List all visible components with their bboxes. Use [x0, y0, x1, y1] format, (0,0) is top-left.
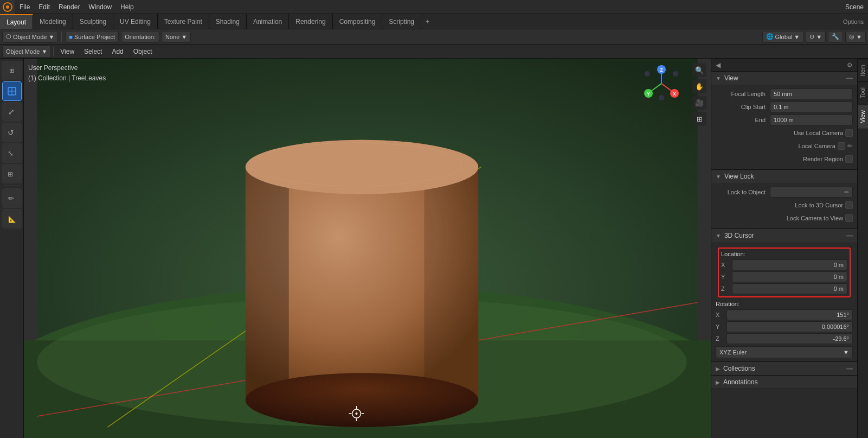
tab-modeling[interactable]: Modeling [33, 14, 73, 29]
tab-animation[interactable]: Animation [247, 14, 289, 29]
menu-render[interactable]: Render [54, 0, 84, 14]
cursor-z-row: Z 0 m [721, 283, 847, 294]
proportional-edit-button[interactable]: ◎ ▼ [845, 31, 866, 43]
focal-length-value[interactable]: 50 mm [770, 88, 853, 99]
menu-edit[interactable]: Edit [34, 0, 54, 14]
tab-rendering[interactable]: Rendering [289, 14, 332, 29]
tool-measure[interactable]: 📐 [2, 209, 22, 228]
tool-scale[interactable]: ⤡ [2, 143, 22, 163]
mode-selector[interactable]: ⬡ Object Mode ▼ [2, 31, 58, 43]
menu-add[interactable]: Add [107, 45, 127, 59]
tool-select-box[interactable]: ⊞ [2, 61, 22, 80]
tab-compositing[interactable]: Compositing [333, 14, 383, 29]
annotations-title: Annotations [723, 378, 757, 386]
add-workspace-button[interactable]: + [421, 14, 434, 29]
cursor-x-value[interactable]: 0 m [732, 259, 847, 270]
tab-scripting[interactable]: Scripting [382, 14, 421, 29]
clip-start-row: Clip Start 0.1 m [716, 101, 853, 113]
menu-window[interactable]: Window [84, 0, 116, 14]
scene-name[interactable]: Scene [841, 0, 868, 14]
use-local-camera-checkbox[interactable] [845, 129, 853, 137]
focal-length-label: Focal Length [716, 91, 770, 97]
tab-shading[interactable]: Shading [209, 14, 247, 29]
view-section-body: Focal Length 50 mm Clip Start 0.1 m End … [711, 85, 857, 169]
collections-title: Collections [723, 365, 755, 372]
tool-move[interactable]: ⤢ [2, 102, 22, 122]
tool-transform[interactable]: ⊞ [2, 164, 22, 183]
mode-selector-icon: ⬡ [6, 33, 11, 40]
top-menu-bar: File Edit Render Window Help Scene [0, 0, 868, 14]
pivot-selector[interactable]: ⊙ ▼ [806, 31, 826, 43]
app-logo[interactable] [0, 0, 15, 14]
viewport-3d[interactable]: User Perspective (1) Collection | TreeLe… [24, 59, 711, 438]
cursor-z-value[interactable]: 0 m [732, 283, 847, 294]
svg-text:📐: 📐 [8, 215, 16, 223]
object-mode-dropdown[interactable]: Object Mode ▼ [2, 46, 51, 58]
global-selector[interactable]: 🌐 Global ▼ [762, 31, 804, 43]
snap-button[interactable]: 🔧 [828, 31, 843, 43]
end-value[interactable]: 1000 m [770, 115, 853, 125]
cursor-rz-value[interactable]: -29.6° [726, 333, 853, 344]
cursor-rz-row: Z -29.6° [716, 333, 853, 344]
view-lock-section: ▼ View Lock Lock to Object ✏ [711, 170, 857, 229]
lock-to-object-value[interactable]: ✏ [770, 187, 853, 198]
proportional-chevron: ▼ [856, 34, 862, 40]
lock-to-object-edit[interactable]: ✏ [844, 189, 849, 196]
cursor-y-value[interactable]: 0 m [732, 271, 847, 282]
annotations-header[interactable]: ▶ Annotations [711, 376, 857, 389]
menu-object[interactable]: Object [129, 45, 157, 59]
lock-to-3d-cursor-checkbox[interactable] [845, 201, 853, 209]
local-camera-row: Local Camera ✏ [716, 140, 853, 152]
cursor-section-settings: ━━ [846, 233, 853, 239]
hand-pan-btn[interactable]: ✋ [692, 79, 706, 93]
cursor-3d-section: ▼ 3D Cursor ━━ Location: X [711, 229, 857, 362]
tab-uv-editing[interactable]: UV Editing [113, 14, 158, 29]
view-lock-header[interactable]: ▼ View Lock [711, 170, 857, 183]
menu-file[interactable]: File [15, 0, 34, 14]
strip-tab-tool[interactable]: Tool [858, 81, 868, 104]
cursor-3d-header[interactable]: ▼ 3D Cursor ━━ [711, 229, 857, 242]
menu-help[interactable]: Help [116, 0, 138, 14]
mode-selector-label: Object Mode [13, 34, 47, 40]
options-button[interactable]: Options [839, 14, 868, 29]
lock-camera-to-view-row: Lock Camera to View [716, 212, 853, 224]
local-camera-edit-icon[interactable]: ✏ [847, 142, 853, 150]
cursor-rx-label: X [716, 312, 726, 318]
render-region-row: Render Region [716, 153, 853, 165]
camera-btn[interactable]: 🎥 [692, 96, 706, 110]
panel-header-settings: ⚙ [847, 61, 853, 69]
rotation-mode-dropdown[interactable]: XYZ Euler ▼ [716, 346, 853, 358]
local-camera-checkbox[interactable] [838, 142, 845, 150]
collections-section: ▶ Collections ━━ [711, 362, 857, 376]
lock-camera-to-view-checkbox[interactable] [845, 214, 853, 222]
surface-project-checkbox[interactable]: ■ Surface Project [65, 31, 119, 43]
clip-start-value[interactable]: 0.1 m [770, 101, 853, 112]
strip-tab-view[interactable]: View [858, 104, 868, 129]
tool-rotate[interactable]: ↺ [2, 123, 22, 142]
panel-content: ▼ View ━━ Focal Length 50 mm Clip Star [711, 72, 857, 438]
tab-layout[interactable]: Layout [0, 14, 33, 29]
tool-cursor[interactable] [2, 81, 22, 101]
view-lock-title: View Lock [724, 173, 754, 180]
tool-sep [4, 186, 20, 186]
zoom-out-btn[interactable]: 🔍 [692, 63, 706, 77]
grid-btn[interactable]: ⊞ [692, 112, 706, 126]
cursor-3d-body: Location: X 0 m Y 0 m [711, 242, 857, 361]
cursor-ry-value[interactable]: 0.000016° [726, 321, 853, 332]
view-section-header[interactable]: ▼ View ━━ [711, 72, 857, 85]
tab-texture-paint[interactable]: Texture Paint [158, 14, 209, 29]
tab-sculpting[interactable]: Sculpting [73, 14, 113, 29]
svg-point-30 [356, 412, 358, 415]
cursor-rx-value[interactable]: 151° [726, 309, 853, 320]
menu-select[interactable]: Select [80, 45, 106, 59]
strip-tab-item[interactable]: Item [858, 59, 868, 81]
menu-view[interactable]: View [56, 45, 79, 59]
cursor-ry-label: Y [716, 323, 726, 330]
orientation-selector[interactable]: None ▼ [162, 31, 191, 43]
render-region-checkbox[interactable] [845, 155, 853, 163]
view-section-settings-icon: ━━ [846, 75, 853, 81]
collections-header[interactable]: ▶ Collections ━━ [711, 362, 857, 375]
svg-text:✏: ✏ [8, 194, 14, 202]
tool-annotate[interactable]: ✏ [2, 188, 22, 208]
globe-icon: 🌐 [766, 33, 774, 40]
